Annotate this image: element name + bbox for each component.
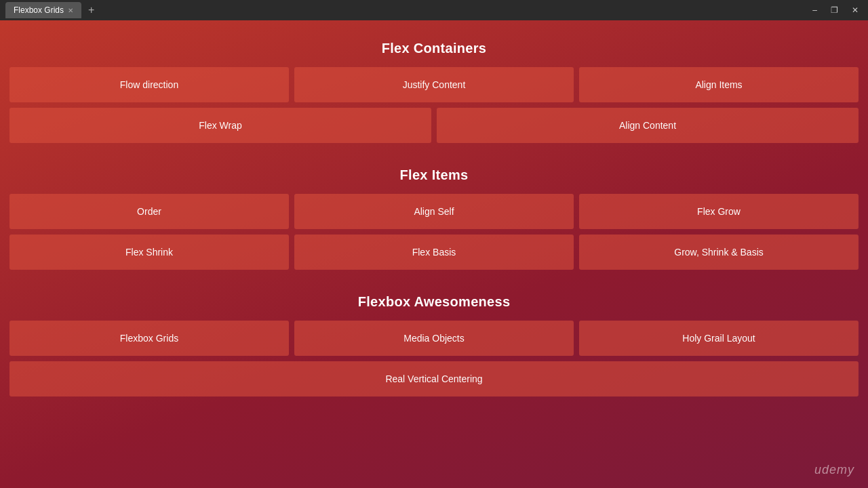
section-title-flex-containers: Flex Containers [382,41,487,56]
btn-media-objects[interactable]: Media Objects [294,321,574,356]
section-flexbox-awesomeness-row-0: Flexbox GridsMedia ObjectsHoly Grail Lay… [9,321,859,356]
active-tab[interactable]: Flexbox Grids ✕ [5,2,81,18]
section-title-flexbox-awesomeness: Flexbox Awesomeness [358,294,511,310]
section-flex-items-row-1: Flex ShrinkFlex BasisGrow, Shrink & Basi… [9,235,859,270]
main-content: Flex ContainersFlow directionJustify Con… [0,20,868,488]
btn-justify-content[interactable]: Justify Content [294,67,574,102]
btn-real-vertical-centering[interactable]: Real Vertical Centering [9,361,859,396]
window-close-button[interactable]: ✕ [848,4,863,16]
btn-grow-shrink--basis[interactable]: Grow, Shrink & Basis [579,235,859,270]
minimize-button[interactable]: – [808,4,821,16]
btn-flexbox-grids[interactable]: Flexbox Grids [9,321,289,356]
section-flex-items-row-0: OrderAlign SelfFlex Grow [9,194,859,229]
browser-chrome: Flexbox Grids ✕ + – ❐ ✕ [0,0,868,20]
btn-flex-basis[interactable]: Flex Basis [294,235,574,270]
btn-holy-grail-layout[interactable]: Holy Grail Layout [579,321,859,356]
btn-flex-wrap[interactable]: Flex Wrap [9,108,431,143]
tab-bar: Flexbox Grids ✕ + [5,0,98,20]
tab-label: Flexbox Grids [14,5,64,15]
section-flex-containers-row-0: Flow directionJustify ContentAlign Items [9,67,859,102]
btn-flex-shrink[interactable]: Flex Shrink [9,235,289,270]
tab-close-icon[interactable]: ✕ [68,7,73,14]
window-controls: – ❐ ✕ [808,4,863,16]
section-flex-containers-row-1: Flex WrapAlign Content [9,108,859,143]
section-flexbox-awesomeness-row-1: Real Vertical Centering [9,361,859,396]
btn-flow-direction[interactable]: Flow direction [9,67,289,102]
btn-order[interactable]: Order [9,194,289,229]
restore-button[interactable]: ❐ [827,4,842,16]
btn-align-items[interactable]: Align Items [579,67,859,102]
btn-align-self[interactable]: Align Self [294,194,574,229]
udemy-watermark: udemy [814,463,854,477]
btn-align-content[interactable]: Align Content [437,108,859,143]
new-tab-button[interactable]: + [84,4,98,16]
btn-flex-grow[interactable]: Flex Grow [579,194,859,229]
section-title-flex-items: Flex Items [400,167,469,183]
